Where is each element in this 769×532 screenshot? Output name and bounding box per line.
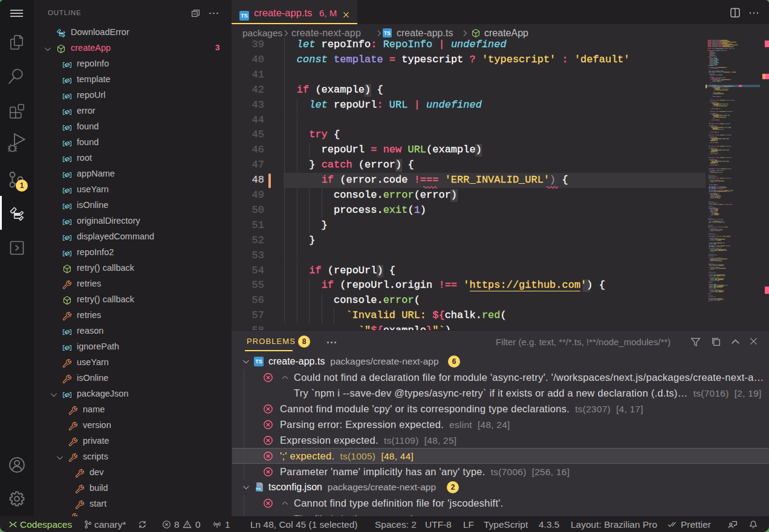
svg-text:TS: TS (256, 487, 261, 491)
